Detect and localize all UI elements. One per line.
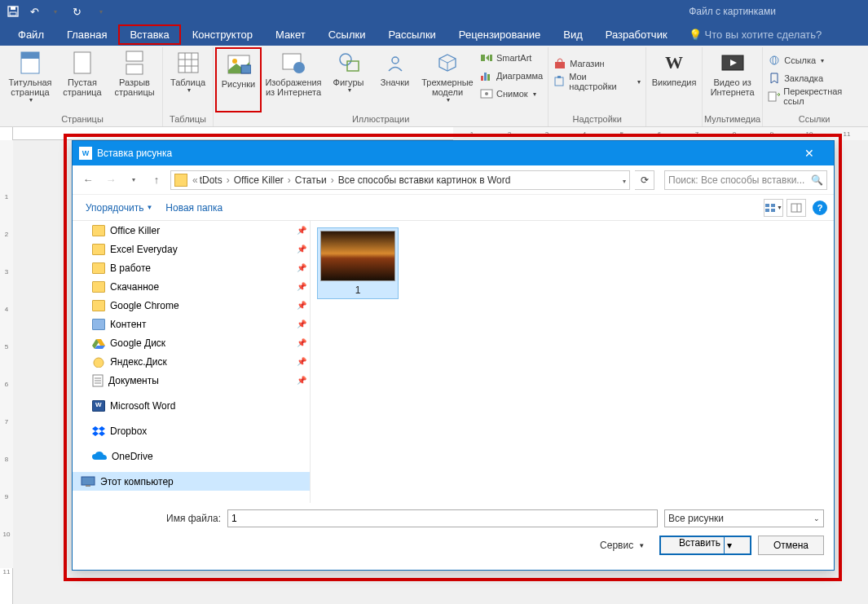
tab-file[interactable]: Файл xyxy=(7,24,55,45)
tree-item[interactable]: Microsoft Word xyxy=(73,396,310,415)
filetype-filter[interactable]: Все рисунки⌄ xyxy=(664,509,824,527)
tab-layout[interactable]: Макет xyxy=(264,24,317,45)
svg-rect-6 xyxy=(126,51,143,61)
online-video-button[interactable]: Видео из Интернета xyxy=(707,47,759,112)
search-input[interactable]: Поиск: Все способы вставки... 🔍 xyxy=(664,170,827,190)
tree-item[interactable]: Google Диск📌 xyxy=(73,333,310,352)
insert-dropdown[interactable]: ▾ xyxy=(724,537,735,553)
table-button[interactable]: Таблица xyxy=(165,47,211,112)
wikipedia-label: Википедия xyxy=(652,77,697,87)
tab-insert[interactable]: Вставка xyxy=(118,24,180,45)
crossref-button[interactable]: Перекрестная ссыл xyxy=(768,88,861,104)
back-button[interactable]: ← xyxy=(79,171,97,189)
cancel-button[interactable]: Отмена xyxy=(758,536,824,555)
help-button[interactable]: ? xyxy=(813,201,827,215)
tab-mailings[interactable]: Рассылки xyxy=(377,24,447,45)
file-content-pane[interactable]: 1 xyxy=(311,221,834,503)
refresh-button[interactable]: ⟳ xyxy=(635,170,654,190)
my-addins-button[interactable]: Мои надстройки xyxy=(553,73,641,90)
tree-item[interactable]: OneDrive xyxy=(73,447,310,465)
new-folder-button[interactable]: Новая папка xyxy=(159,199,229,217)
pictures-button[interactable]: Рисунки xyxy=(215,47,262,112)
3d-models-button[interactable]: Трехмерные модели xyxy=(418,47,477,112)
svg-rect-30 xyxy=(557,76,561,78)
crumb-dropdown[interactable] xyxy=(623,174,626,186)
tree-item[interactable]: Google Chrome📌 xyxy=(73,296,310,315)
store-button[interactable]: Магазин xyxy=(553,55,641,72)
svg-rect-7 xyxy=(126,64,143,74)
tab-review[interactable]: Рецензирование xyxy=(447,24,552,45)
page-break-button[interactable]: Разрыв страницы xyxy=(108,47,161,112)
tree-item[interactable]: Office Killer📌 xyxy=(73,221,310,240)
tab-home[interactable]: Главная xyxy=(55,24,118,45)
view-mode-button[interactable]: ▼ xyxy=(764,199,783,217)
tab-references[interactable]: Ссылки xyxy=(317,24,377,45)
icons-icon xyxy=(382,50,408,76)
titlebar: ↶ ↻ Файл с картинками xyxy=(0,0,868,23)
tree-item[interactable]: Excel Everyday📌 xyxy=(73,240,310,258)
crumb-3[interactable]: Все способы вставки картинок в Word xyxy=(338,174,511,186)
file-thumbnail[interactable]: 1 xyxy=(317,227,399,299)
crumb-1[interactable]: Office Killer xyxy=(234,174,284,186)
svg-point-33 xyxy=(773,56,776,64)
chart-icon xyxy=(480,70,493,82)
filename-label: Имя файла: xyxy=(82,513,221,524)
tell-me[interactable]: 💡 Что вы хотите сделать? xyxy=(689,29,822,41)
insert-label: Вставить xyxy=(676,537,724,553)
tab-design[interactable]: Конструктор xyxy=(181,24,264,45)
close-button[interactable]: ✕ xyxy=(791,147,827,160)
shapes-button[interactable]: Фигуры xyxy=(325,47,372,112)
svg-point-27 xyxy=(485,92,488,95)
tab-view[interactable]: Вид xyxy=(552,24,594,45)
qat-customize[interactable] xyxy=(91,2,111,20)
icons-button[interactable]: Значки xyxy=(372,47,418,112)
bookmark-button[interactable]: Закладка xyxy=(768,70,861,86)
tree-item[interactable]: Dropbox xyxy=(73,421,310,440)
pin-icon: 📌 xyxy=(297,226,306,235)
tree-item[interactable]: Документы📌 xyxy=(73,371,310,390)
online-pictures-button[interactable]: Изображения из Интернета xyxy=(262,47,325,112)
dialog-nav: ← → ↑ « tDots Office Killer Статьи Все с… xyxy=(73,165,834,195)
page-break-label: Разрыв страницы xyxy=(109,77,160,97)
blank-page-button[interactable]: Пустая страница xyxy=(56,47,108,112)
illustrations-stack: SmartArt Диаграмма Снимок xyxy=(477,47,546,112)
svg-rect-23 xyxy=(481,76,483,81)
breadcrumb[interactable]: « tDots Office Killer Статьи Все способы… xyxy=(170,170,630,190)
chart-button[interactable]: Диаграмма xyxy=(480,68,543,84)
service-button[interactable]: Сервис▼ xyxy=(600,540,645,551)
forward-button[interactable]: → xyxy=(102,171,120,189)
folder-tree[interactable]: Office Killer📌Excel Everyday📌В работе📌Ск… xyxy=(73,221,311,503)
filename-input[interactable] xyxy=(227,509,658,527)
organize-button[interactable]: Упорядочить▼ xyxy=(79,199,159,217)
group-pages: Титульная страница Пустая страница Разры… xyxy=(2,47,163,126)
service-label: Сервис xyxy=(600,540,633,551)
save-icon[interactable] xyxy=(3,2,23,20)
svg-rect-8 xyxy=(178,53,198,73)
tree-item[interactable]: Контент📌 xyxy=(73,315,310,333)
wikipedia-button[interactable]: WВикипедия xyxy=(648,47,700,112)
smartart-button[interactable]: SmartArt xyxy=(480,50,543,66)
screenshot-button[interactable]: Снимок xyxy=(480,86,543,102)
tree-item[interactable]: Яндекс.Диск📌 xyxy=(73,352,310,371)
undo-dropdown[interactable] xyxy=(46,2,65,20)
svg-rect-5 xyxy=(74,52,90,73)
tree-item[interactable]: Этот компьютер xyxy=(73,472,310,491)
tree-item[interactable]: Скачанное📌 xyxy=(73,277,310,296)
svg-point-14 xyxy=(232,59,237,64)
link-button[interactable]: Ссылка xyxy=(768,52,861,68)
crumb-0[interactable]: tDots xyxy=(200,174,223,186)
redo-icon[interactable]: ↻ xyxy=(67,2,86,20)
crumb-2[interactable]: Статьи xyxy=(295,174,327,186)
recent-button[interactable] xyxy=(125,171,143,189)
dialog-toolbar: Упорядочить▼ Новая папка ▼ ? xyxy=(73,195,834,221)
cover-page-button[interactable]: Титульная страница xyxy=(4,47,56,112)
tab-developer[interactable]: Разработчик xyxy=(594,24,679,45)
table-label: Таблица xyxy=(170,77,205,87)
undo-icon[interactable]: ↶ xyxy=(24,2,44,20)
pin-icon: 📌 xyxy=(297,282,306,291)
preview-pane-button[interactable] xyxy=(786,199,806,217)
up-button[interactable]: ↑ xyxy=(148,171,165,189)
tree-item[interactable]: В работе📌 xyxy=(73,258,310,277)
svg-rect-25 xyxy=(487,74,490,81)
insert-button[interactable]: Вставить▾ xyxy=(659,536,751,555)
